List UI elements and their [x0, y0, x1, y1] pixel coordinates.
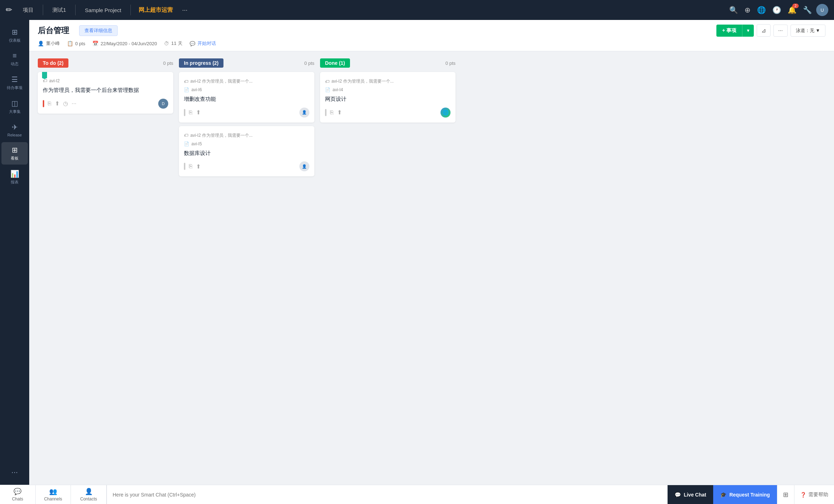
filter-button[interactable]: ⊿: [757, 24, 771, 37]
more-options-button[interactable]: ···: [773, 25, 787, 37]
link-icon3[interactable]: ⬆: [196, 163, 201, 170]
copy-icon3[interactable]: ⎘: [189, 163, 192, 170]
meta-start-chat[interactable]: 💬 开始对话: [190, 40, 216, 47]
grid-icon-button[interactable]: ⊞: [777, 485, 794, 504]
sidebar-item-label-reports: 报表: [11, 180, 19, 185]
card-footer-c3: ⎘ ⬆ 👤: [184, 161, 309, 171]
page-header-meta: 👤 董小峰 📋 0 pts 📅 22/May/2020 - 04/Jun/202…: [38, 40, 825, 47]
channels-tab-label: Channels: [44, 497, 62, 502]
sidebar-item-label-dashboard: 仪表板: [9, 38, 21, 43]
add-item-button[interactable]: + 事项: [716, 25, 742, 37]
card-avatar-c2: 👤: [299, 108, 309, 118]
bottom-tab-channels[interactable]: 👥 Channels: [36, 485, 71, 504]
globe-icon[interactable]: 🌐: [755, 4, 768, 16]
swim-lane-selector[interactable]: 泳道：无 ▼: [791, 25, 825, 37]
meta-assignee: 👤 董小峰: [38, 40, 60, 47]
nav-tab-current[interactable]: 网上超市运营: [135, 4, 176, 16]
copy-icon4[interactable]: ⎘: [330, 109, 334, 116]
card-sub-ref-c4: 📄 avi-I4: [325, 87, 451, 92]
add-item-dropdown-button[interactable]: ▼: [742, 25, 754, 37]
help-button[interactable]: ❓ 需要帮助: [794, 485, 834, 504]
app-logo-icon[interactable]: ✏: [6, 5, 12, 15]
sidebar-item-reports[interactable]: 📊 报表: [1, 166, 28, 188]
add-icon[interactable]: ⊕: [742, 4, 753, 16]
pts-icon: 📋: [67, 41, 73, 46]
column-header-todo: To do (2) 0 pts: [38, 58, 173, 68]
card-footer-c1: ⎘ ⬆ ◷ ··· D: [43, 99, 168, 109]
smart-chat-input[interactable]: [113, 492, 662, 498]
priority-indicator3: [184, 163, 185, 170]
assignee-icon: 👤: [38, 41, 44, 46]
meta-assignee-name: 董小峰: [46, 40, 60, 47]
inprogress-pts: 0 pts: [304, 61, 314, 66]
chat-input-area[interactable]: [107, 492, 668, 498]
bottom-right-actions: 💬 Live Chat 🎓 Request Training ⊞ ❓ 需要帮助: [668, 485, 834, 504]
user-avatar[interactable]: U: [816, 4, 828, 16]
top-navigation: ✏ 项目 测试1 Sample Project 网上超市运营 ··· 🔍 ⊕ 🌐…: [0, 0, 834, 20]
live-chat-button[interactable]: 💬 Live Chat: [668, 485, 713, 504]
notification-icon[interactable]: 🔔 2: [786, 4, 799, 16]
kanban-card-c4[interactable]: 🏷 avi-I2 作为管理员，我需要一个... 📄 avi-I4 网页设计 ⎘ …: [320, 72, 455, 123]
sidebar-item-label-release: Release: [7, 133, 22, 137]
more-card-icon[interactable]: ···: [72, 100, 76, 107]
channels-tab-icon: 👥: [49, 488, 57, 495]
nav-project[interactable]: 项目: [18, 5, 38, 16]
sidebar-item-release[interactable]: ✈ Release: [1, 119, 28, 141]
status-badge-todo[interactable]: To do (2): [38, 58, 68, 68]
nav-more-icon[interactable]: ···: [179, 5, 190, 15]
link-icon[interactable]: ⬆: [55, 100, 60, 107]
sidebar-item-dashboard[interactable]: ⊞ 仪表板: [1, 24, 28, 47]
sidebar-item-activity[interactable]: ≡ 动态: [1, 48, 28, 70]
copy-icon2[interactable]: ⎘: [189, 109, 192, 116]
sidebar-item-kanban[interactable]: ⊞ 看板: [1, 142, 28, 165]
wrench-icon[interactable]: 🔧: [801, 4, 814, 16]
search-icon[interactable]: 🔍: [727, 4, 740, 16]
clock-meta-icon: ⏱: [164, 41, 169, 46]
sidebar-more-icon[interactable]: ···: [8, 464, 21, 480]
view-detail-button[interactable]: 查看详细信息: [79, 25, 118, 36]
nav-divider2: [75, 5, 76, 15]
activity-icon: ≡: [12, 52, 17, 60]
request-training-button[interactable]: 🎓 Request Training: [713, 485, 777, 504]
nav-tab-sample[interactable]: Sample Project: [80, 5, 126, 15]
kanban-icon: ⊞: [12, 146, 18, 154]
start-chat-label: 开始对话: [197, 40, 216, 47]
kanban-card-c3[interactable]: 🏷 avi-I2 作为管理员，我需要一个... 📄 avi-I5 数据库设计 ⎘…: [179, 126, 314, 177]
card-parent-id2: avi-I2 作为管理员，我需要一个...: [190, 78, 253, 84]
status-badge-inprogress[interactable]: In progress (2): [179, 58, 223, 68]
contacts-tab-label: Contacts: [80, 497, 97, 502]
clock-icon[interactable]: 🕐: [770, 4, 783, 16]
status-badge-done[interactable]: Done (1): [320, 58, 350, 68]
history-icon[interactable]: ◷: [63, 100, 68, 107]
sidebar-item-label-backlog: 待办事项: [7, 85, 22, 90]
help-label: 需要帮助: [808, 492, 828, 498]
link-icon4[interactable]: ⬆: [337, 109, 342, 116]
sidebar-item-backlog[interactable]: ☰ 待办事项: [1, 72, 28, 94]
start-chat-link[interactable]: 💬 开始对话: [190, 40, 216, 47]
kanban-card-c1[interactable]: 🏷 avi-I2 作为管理员，我需要一个后台来管理数据 ⎘ ⬆ ◷ ··· D: [38, 72, 173, 114]
kanban-column-todo: To do (2) 0 pts 🏷 avi-I2 作为管理员，我需要一个后台来管…: [38, 58, 173, 478]
card-flag-icon: 🏷: [43, 78, 47, 83]
sidebar-item-epics[interactable]: ◫ 大事集: [1, 95, 28, 118]
calendar-icon: 📅: [92, 41, 98, 46]
card-actions-c3: ⎘ ⬆: [184, 163, 201, 170]
card-actions-c4: ⎘ ⬆: [325, 109, 342, 116]
copy-icon[interactable]: ⎘: [48, 100, 51, 107]
priority-indicator2: [184, 109, 185, 116]
request-training-label: Request Training: [729, 492, 770, 498]
main-layout: ⊞ 仪表板 ≡ 动态 ☰ 待办事项 ◫ 大事集 ✈ Release ⊞ 看板 📊…: [0, 20, 834, 485]
bottom-tab-chats[interactable]: 💬 Chats: [0, 485, 36, 504]
dashboard-icon: ⊞: [12, 28, 18, 36]
nav-tab-test1[interactable]: 测试1: [47, 5, 71, 16]
card-avatar-c3: 👤: [299, 161, 309, 171]
kanban-card-c2[interactable]: 🏷 avi-I2 作为管理员，我需要一个... 📄 avi-I6 增删改查功能 …: [179, 72, 314, 123]
meta-duration-value: 11 天: [171, 40, 182, 47]
page-title: 后台管理: [38, 25, 69, 36]
page-header-top: 后台管理 查看详细信息 + 事项 ▼ ⊿ ··· 泳道：无 ▼: [38, 24, 825, 37]
add-item-group: + 事项 ▼: [716, 25, 754, 37]
link-icon2[interactable]: ⬆: [196, 109, 201, 116]
header-title-row: 后台管理 查看详细信息: [38, 25, 118, 36]
chats-tab-icon: 💬: [14, 488, 21, 495]
live-chat-icon: 💬: [675, 492, 681, 498]
bottom-tab-contacts[interactable]: 👤 Contacts: [71, 485, 107, 504]
